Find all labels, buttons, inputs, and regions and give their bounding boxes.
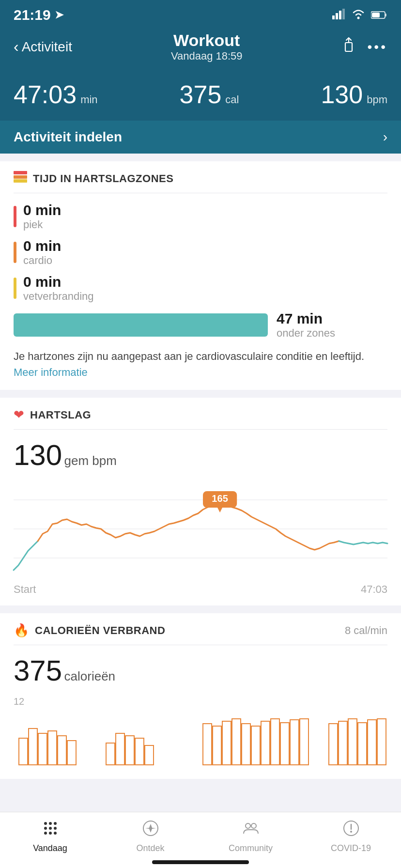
svg-rect-10 xyxy=(14,175,27,179)
svg-marker-56 xyxy=(145,824,156,833)
duration-unit: min xyxy=(80,93,97,106)
nav-ontdek[interactable]: Ontdek xyxy=(122,820,180,853)
svg-rect-1 xyxy=(336,13,338,19)
zones-link[interactable]: Meer informatie xyxy=(14,366,88,378)
svg-point-49 xyxy=(44,827,47,830)
categorize-chevron-icon: › xyxy=(383,129,387,145)
svg-rect-34 xyxy=(251,726,260,765)
svg-rect-0 xyxy=(332,16,335,19)
svg-point-51 xyxy=(54,827,57,830)
svg-rect-21 xyxy=(48,731,57,765)
heart-zones-section: TIJD IN HARTSLAGZONES 0 min piek 0 min c… xyxy=(0,161,401,390)
svg-rect-32 xyxy=(232,719,241,765)
svg-rect-23 xyxy=(67,741,76,765)
svg-rect-43 xyxy=(358,723,367,765)
svg-rect-40 xyxy=(329,724,338,765)
heartrate-unit: bpm xyxy=(367,93,387,106)
nav-covid19[interactable]: COVID-19 xyxy=(322,820,380,853)
svg-rect-29 xyxy=(203,724,212,765)
heart-zones-header: TIJD IN HARTSLAGZONES xyxy=(14,171,387,193)
zone-piek: 0 min piek xyxy=(14,202,387,231)
ontdek-icon xyxy=(142,820,159,840)
svg-point-52 xyxy=(44,832,47,835)
under-zones-value: 47 min xyxy=(277,310,335,327)
svg-rect-31 xyxy=(222,721,231,765)
calories-stat: 375 cal xyxy=(180,80,239,109)
svg-text:165: 165 xyxy=(212,493,228,504)
ontdek-label: Ontdek xyxy=(136,843,164,853)
wifi-icon xyxy=(352,8,365,23)
under-zones-bar xyxy=(14,313,268,337)
header-actions: ••• xyxy=(341,37,387,57)
fire-icon: 🔥 xyxy=(14,623,29,638)
back-button[interactable]: ‹ Activiteit xyxy=(14,38,72,56)
heart-rate-header: ❤ HARTSLAG xyxy=(14,407,387,430)
zone-info-vetverbranding: 0 min vetverbranding xyxy=(23,274,94,303)
svg-rect-41 xyxy=(339,721,347,765)
cal-chart-svg xyxy=(14,709,387,767)
share-icon[interactable] xyxy=(341,37,356,57)
zone-cardio: 0 min cardio xyxy=(14,238,387,267)
calories-value: 375 xyxy=(180,80,222,109)
svg-rect-22 xyxy=(58,736,66,765)
nav-vandaag[interactable]: Vandaag xyxy=(21,820,79,853)
back-chevron-icon: ‹ xyxy=(14,38,19,56)
svg-point-54 xyxy=(54,832,57,835)
svg-point-61 xyxy=(350,831,352,833)
svg-rect-44 xyxy=(368,720,376,765)
header-title: Workout xyxy=(171,31,243,50)
heart-rate-title: HARTSLAG xyxy=(30,409,91,421)
zone-vetverbranding: 0 min vetverbranding xyxy=(14,274,387,303)
more-icon[interactable]: ••• xyxy=(368,39,387,55)
svg-rect-30 xyxy=(213,726,221,765)
community-icon xyxy=(243,820,259,840)
covid19-icon xyxy=(343,820,359,840)
app-header: ‹ Activiteit Workout Vandaag 18:59 ••• xyxy=(0,27,401,72)
status-icons xyxy=(332,8,387,23)
svg-rect-20 xyxy=(38,733,47,765)
calories-chart: 12 xyxy=(14,696,387,769)
svg-rect-37 xyxy=(280,723,289,765)
hr-chart-svg: 165 xyxy=(14,480,387,577)
under-zones-info: 47 min onder zones xyxy=(277,310,335,340)
duration-value: 47:03 xyxy=(14,80,77,109)
svg-point-46 xyxy=(44,822,47,825)
zone-label-piek: piek xyxy=(23,218,61,231)
svg-rect-38 xyxy=(290,720,299,765)
svg-rect-19 xyxy=(29,728,37,765)
calories-main-value: 375 xyxy=(14,654,62,687)
svg-point-58 xyxy=(251,823,256,828)
zone-value-piek: 0 min xyxy=(23,202,61,218)
svg-rect-8 xyxy=(345,43,352,51)
zone-value-cardio: 0 min xyxy=(23,238,61,254)
nav-community[interactable]: Community xyxy=(222,820,280,853)
svg-rect-39 xyxy=(300,719,308,765)
zone-label-vetverbranding: vetverbranding xyxy=(23,290,94,303)
calories-unit: cal xyxy=(225,93,239,106)
vandaag-label: Vandaag xyxy=(33,843,67,853)
zone-bar-vetverbranding xyxy=(14,278,16,299)
vandaag-icon xyxy=(42,820,59,840)
battery-icon xyxy=(371,8,387,23)
duration-stat: 47:03 min xyxy=(14,80,98,109)
svg-rect-11 xyxy=(14,179,27,183)
community-label: Community xyxy=(229,843,273,853)
categorize-banner[interactable]: Activiteit indelen › xyxy=(0,121,401,154)
svg-point-57 xyxy=(246,823,250,828)
svg-rect-33 xyxy=(242,724,250,765)
cal-y-label: 12 xyxy=(14,696,387,707)
zone-bar-cardio xyxy=(14,242,16,263)
home-indicator xyxy=(152,860,249,864)
svg-point-53 xyxy=(49,832,52,835)
svg-rect-6 xyxy=(385,14,386,16)
zones-note: Je hartzones zijn nu aangepast aan je ca… xyxy=(14,348,387,380)
calories-rate: 8 cal/min xyxy=(345,624,387,637)
zone-value-vetverbranding: 0 min xyxy=(23,274,94,290)
heart-icon: ❤ xyxy=(14,407,24,422)
heart-rate-value-row: 130 gem bpm xyxy=(14,438,387,472)
zone-info-cardio: 0 min cardio xyxy=(23,238,61,267)
svg-point-50 xyxy=(49,827,52,830)
heart-rate-chart: 165 Start 47:03 xyxy=(14,480,387,596)
categorize-label: Activiteit indelen xyxy=(14,129,122,145)
svg-rect-3 xyxy=(342,9,345,19)
